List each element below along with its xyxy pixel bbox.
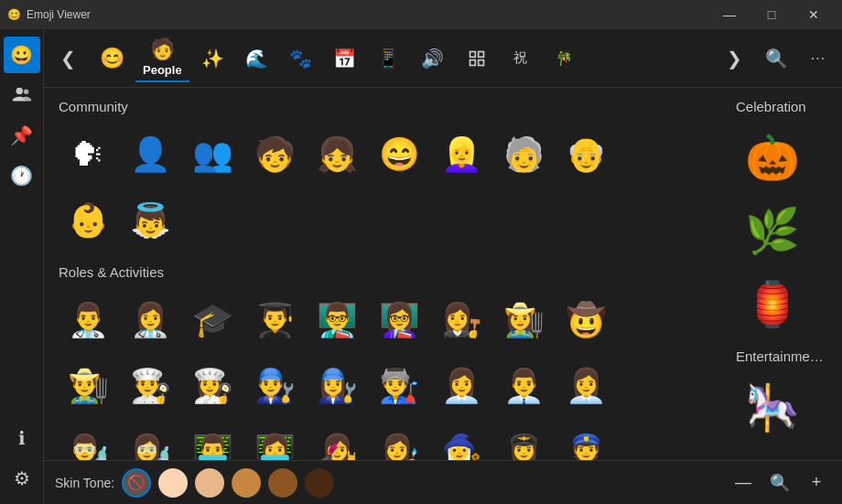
roles-row-3: 👨‍🔬 👩‍🔬 👨‍💻 👩‍💻 👩‍🎤 👩‍🎨 🧙‍♀️ 👩‍✈️ 👮 (59, 423, 721, 460)
emoji-woman-office-2[interactable]: 👩‍💼 (556, 357, 615, 415)
top-nav: ❮ 😊 🧑 People ✨ 🌊 🐾 📅 📱 🔊 祝 🎋 (44, 29, 842, 88)
tab-objects[interactable]: 📅 (325, 38, 365, 79)
emoji-angel[interactable]: 👼 (121, 191, 179, 250)
skin-tone-none[interactable]: 🚫 (122, 468, 151, 498)
emoji-woman-mechanic[interactable]: 👩‍🔧 (308, 357, 366, 415)
emoji-man-office[interactable]: 👨‍💼 (494, 357, 553, 415)
emoji-man-tech[interactable]: 👨‍💻 (183, 423, 242, 460)
emoji-girl[interactable]: 👧 (308, 125, 366, 184)
tab-activities[interactable]: ✨ (193, 38, 233, 79)
emoji-grinning[interactable]: 😄 (370, 125, 428, 184)
forward-button[interactable]: ❯ (714, 38, 754, 79)
tab-sounds[interactable]: 🔊 (413, 38, 453, 79)
maximize-button[interactable]: □ (750, 0, 793, 29)
emoji-man-graduate[interactable]: 👨‍🎓 (245, 291, 304, 349)
emoji-blond-woman[interactable]: 👱‍♀️ (432, 125, 491, 184)
emoji-woman-farmer[interactable]: 👩‍🌾 (494, 291, 553, 349)
tab-celebration[interactable]: 祝 (501, 38, 541, 79)
community-title: Community (59, 99, 721, 114)
tab-people[interactable]: 🧑 People (135, 34, 189, 82)
emoji-woman-cook[interactable]: 👩‍🍳 (183, 357, 242, 415)
app-icon: 😊 (7, 8, 21, 21)
emoji-baby[interactable]: 👶 (59, 191, 117, 250)
roles-row-1: 👨‍⚕️ 👩‍⚕️ 🎓 👨‍🎓 👨‍🏫 👩‍🏫 👩‍⚖️ 👩‍🌾 🤠 (59, 291, 721, 349)
tab-nature[interactable]: 🌊 (237, 38, 277, 79)
emoji-pumpkin[interactable]: 🎃 (736, 122, 809, 195)
zoom-out-button[interactable]: — (729, 468, 758, 498)
emoji-woman-office[interactable]: 👩‍💼 (432, 357, 491, 415)
skin-tone-dark[interactable] (305, 468, 334, 498)
tab-smiley[interactable]: 😊 (92, 38, 132, 79)
svg-rect-3 (478, 51, 483, 57)
tab-decoration[interactable]: 🎋 (545, 38, 585, 79)
svg-rect-2 (470, 51, 475, 57)
emoji-older-adult[interactable]: 🧓 (494, 125, 553, 184)
emoji-bust[interactable]: 👤 (121, 125, 179, 184)
tab-animals[interactable]: 🐾 (281, 38, 321, 79)
search-bottom-button[interactable]: 🔍 (765, 468, 794, 498)
skin-tone-medium-light[interactable] (195, 468, 224, 498)
emoji-area: Community 🗣 👤 👥 🧒 👧 😄 👱‍♀️ 🧓 👴 👶 👼 (44, 88, 842, 460)
sidebar-item-settings[interactable]: ⚙ (4, 460, 40, 497)
main-section: Community 🗣 👤 👥 🧒 👧 😄 👱‍♀️ 🧓 👴 👶 👼 (59, 99, 721, 449)
emoji-woman-tech[interactable]: 👩‍💻 (245, 423, 304, 460)
svg-rect-4 (470, 59, 475, 65)
emoji-man-teacher[interactable]: 👨‍🏫 (308, 291, 366, 349)
emoji-cowboy[interactable]: 🤠 (556, 291, 615, 349)
emoji-woman-health[interactable]: 👩‍⚕️ (121, 291, 179, 349)
emoji-woman-singer[interactable]: 👩‍🎤 (308, 423, 366, 460)
back-button[interactable]: ❮ (48, 38, 88, 79)
emoji-child[interactable]: 🧒 (245, 125, 304, 184)
emoji-woman-judge[interactable]: 👩‍⚖️ (432, 291, 491, 349)
roles-row-2: 👨‍🌾 👨‍🍳 👩‍🍳 👨‍🔧 👩‍🔧 👨‍🏭 👩‍💼 👨‍💼 👩‍💼 (59, 357, 721, 415)
skin-tone-light[interactable] (158, 468, 188, 498)
emoji-woman-mage[interactable]: 🧙‍♀️ (432, 423, 491, 460)
emoji-woman-teacher[interactable]: 👩‍🏫 (370, 291, 428, 349)
tab-symbols[interactable]: 📱 (369, 38, 409, 79)
app-title: Emoji Viewer (27, 8, 91, 21)
skin-tone-medium-dark[interactable] (268, 468, 297, 498)
roles-title: Roles & Activities (59, 264, 721, 280)
emoji-busts[interactable]: 👥 (183, 125, 242, 184)
sidebar-item-info[interactable]: ℹ (4, 420, 40, 456)
emoji-woman-scientist[interactable]: 👩‍🔬 (121, 423, 179, 460)
emoji-carousel[interactable]: 🎠 (736, 371, 809, 445)
emoji-man-health[interactable]: 👨‍⚕️ (59, 291, 117, 349)
emoji-police[interactable]: 👮 (556, 423, 615, 460)
tab-people-label: People (143, 63, 182, 77)
emoji-man-mechanic[interactable]: 👨‍🔧 (245, 357, 304, 415)
sidebar-item-emoji[interactable]: 😀 (4, 37, 40, 73)
skin-tone-label: Skin Tone: (55, 476, 114, 490)
emoji-graduation[interactable]: 🎓 (183, 291, 242, 349)
search-button[interactable]: 🔍 (756, 38, 796, 79)
emoji-man-scientist[interactable]: 👨‍🔬 (59, 423, 117, 460)
community-row-2: 👶 👼 (59, 191, 721, 250)
nav-right: ❯ 🔍 ··· (714, 38, 838, 79)
emoji-older-man[interactable]: 👴 (556, 125, 615, 184)
bottom-right: — 🔍 + (729, 468, 831, 498)
emoji-lantern[interactable]: 🏮 (736, 268, 809, 341)
more-button[interactable]: ··· (798, 38, 838, 79)
skin-tone-medium[interactable] (232, 468, 261, 498)
minimize-button[interactable]: — (708, 0, 750, 29)
close-button[interactable]: ✕ (793, 0, 835, 29)
right-panel: Celebration 🎃 🌿 🏮 Entertainme… 🎠 📖 (736, 99, 827, 449)
sidebar-item-people[interactable] (4, 77, 40, 113)
emoji-herb[interactable]: 🌿 (736, 195, 809, 268)
app-body: 😀 📌 🕐 ℹ ⚙ ❮ 😊 🧑 People ✨ 🌊 🐾 📅 (0, 29, 842, 504)
emoji-speaking-head[interactable]: 🗣 (59, 125, 117, 184)
emoji-man-factory[interactable]: 👨‍🏭 (370, 357, 428, 415)
title-bar: 😊 Emoji Viewer — □ ✕ (0, 0, 842, 29)
sidebar-item-history[interactable]: 🕐 (4, 157, 40, 194)
zoom-in-button[interactable]: + (802, 468, 831, 498)
content: ❮ 😊 🧑 People ✨ 🌊 🐾 📅 📱 🔊 祝 🎋 (44, 29, 842, 504)
title-bar-left: 😊 Emoji Viewer (7, 8, 91, 21)
community-row-1: 🗣 👤 👥 🧒 👧 😄 👱‍♀️ 🧓 👴 (59, 125, 721, 184)
sidebar-item-pin[interactable]: 📌 (4, 117, 40, 154)
emoji-man-farmer[interactable]: 👨‍🌾 (59, 357, 117, 415)
emoji-woman-pilot[interactable]: 👩‍✈️ (494, 423, 553, 460)
emoji-woman-artist[interactable]: 👩‍🎨 (370, 423, 428, 460)
emoji-man-cook[interactable]: 👨‍🍳 (121, 357, 179, 415)
tab-grid[interactable] (457, 38, 497, 79)
emoji-book[interactable]: 📖 (736, 445, 809, 460)
